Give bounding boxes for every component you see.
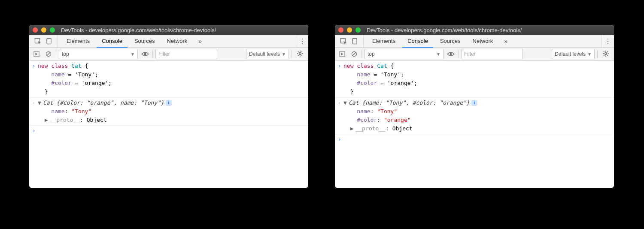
filter-placeholder: Filter	[158, 51, 170, 57]
devtools-window-left: DevTools - developers.google.com/web/too…	[29, 25, 308, 188]
show-console-sidebar-icon[interactable]	[337, 49, 347, 59]
console-toolbar: top ▼ Filter Default levels ▼	[29, 48, 308, 61]
console-output-row: ▼Cat {name: "Tony", #color: "orange"}i n…	[335, 98, 614, 134]
devtools-window-right: DevTools - developers.google.com/web/too…	[335, 25, 614, 188]
clear-console-icon[interactable]	[44, 49, 53, 59]
svg-point-20	[450, 53, 452, 55]
svg-rect-1	[47, 39, 51, 44]
live-expression-icon[interactable]	[446, 49, 456, 59]
device-icon[interactable]	[351, 38, 358, 45]
tab-sources[interactable]: Sources	[435, 35, 466, 48]
traffic-light-minimize[interactable]	[347, 27, 352, 33]
prompt-icon: ›	[336, 135, 343, 144]
filter-input[interactable]: Filter	[155, 49, 217, 59]
execution-context-selector[interactable]: top ▼	[365, 49, 444, 59]
tabs-overflow[interactable]: »	[500, 38, 512, 45]
disclosure-triangle-closed-icon[interactable]: ▶	[45, 116, 50, 124]
svg-line-19	[352, 52, 356, 56]
console-body[interactable]: › new class Cat { name = 'Tony'; #color …	[29, 61, 308, 188]
prompt-icon: ›	[30, 127, 38, 135]
live-expression-icon[interactable]	[140, 49, 150, 59]
svg-rect-16	[352, 39, 357, 44]
traffic-light-zoom[interactable]	[355, 27, 361, 33]
svg-line-12	[301, 55, 302, 56]
console-prompt-row[interactable]: ›	[335, 134, 614, 145]
chevron-down-icon: ▼	[282, 52, 286, 57]
svg-point-5	[144, 53, 146, 55]
tab-console[interactable]: Console	[97, 35, 128, 48]
clear-console-icon[interactable]	[349, 49, 359, 59]
result-icon	[336, 99, 343, 133]
titlebar: DevTools - developers.google.com/web/too…	[29, 25, 308, 35]
console-output[interactable]: ▼Cat {#color: "orange", name: "Tony"}i n…	[38, 99, 306, 124]
log-levels-selector[interactable]: Default levels ▼	[246, 49, 289, 59]
tabstrip: Elements Console Sources Network » ⋮	[29, 35, 308, 48]
inspect-icon[interactable]	[34, 38, 41, 45]
execution-context-selector[interactable]: top ▼	[59, 49, 138, 59]
console-input-row: › new class Cat { name = 'Tony'; #color …	[29, 61, 308, 98]
prompt-icon: ›	[30, 62, 38, 96]
console-input-row: › new class Cat { name = 'Tony'; #color …	[335, 61, 614, 98]
tabstrip: Elements Console Sources Network » ⋮	[335, 35, 614, 48]
execution-context-label: top	[62, 51, 69, 57]
filter-placeholder: Filter	[464, 51, 476, 57]
traffic-light-close[interactable]	[33, 27, 38, 33]
tab-network[interactable]: Network	[468, 35, 498, 48]
window-title: DevTools - developers.google.com/web/too…	[61, 27, 216, 33]
log-levels-label: Default levels	[555, 51, 586, 57]
svg-line-26	[604, 51, 605, 52]
svg-line-14	[301, 51, 302, 52]
chevron-down-icon: ▼	[436, 52, 440, 57]
svg-line-28	[604, 55, 605, 56]
tab-sources[interactable]: Sources	[129, 35, 160, 48]
svg-point-6	[299, 52, 301, 54]
log-levels-label: Default levels	[249, 51, 280, 57]
traffic-light-zoom[interactable]	[50, 27, 55, 33]
info-badge-icon[interactable]: i	[166, 100, 172, 106]
svg-line-4	[47, 52, 50, 56]
console-prompt-row[interactable]: ›	[29, 125, 308, 136]
traffic-light-minimize[interactable]	[41, 27, 46, 33]
titlebar: DevTools - developers.google.com/web/too…	[335, 25, 614, 35]
svg-line-27	[607, 55, 608, 56]
prompt-icon: ›	[336, 62, 343, 96]
console-input-code: new class Cat { name = 'Tony'; #color = …	[343, 62, 611, 96]
result-icon	[30, 99, 38, 124]
console-toolbar: top ▼ Filter Default levels ▼	[335, 48, 614, 61]
tab-elements[interactable]: Elements	[367, 35, 401, 48]
chevron-down-icon: ▼	[131, 52, 135, 57]
tabstrip-menu-icon[interactable]: ⋮	[601, 35, 614, 47]
traffic-light-close[interactable]	[338, 27, 343, 33]
console-settings-icon[interactable]	[600, 50, 611, 58]
console-settings-icon[interactable]	[295, 50, 306, 58]
svg-line-29	[607, 51, 608, 52]
tabs-overflow[interactable]: »	[194, 38, 206, 45]
chevron-down-icon: ▼	[587, 52, 592, 57]
tab-network[interactable]: Network	[162, 35, 193, 48]
show-console-sidebar-icon[interactable]	[32, 49, 41, 59]
tab-console[interactable]: Console	[402, 35, 433, 48]
info-badge-icon[interactable]: i	[471, 100, 477, 106]
window-title: DevTools - developers.google.com/web/too…	[367, 27, 522, 33]
device-icon[interactable]	[46, 38, 52, 45]
svg-line-11	[298, 51, 299, 52]
console-body[interactable]: › new class Cat { name = 'Tony'; #color …	[335, 61, 614, 188]
console-input-code: new class Cat { name = 'Tony'; #color = …	[38, 62, 306, 96]
disclosure-triangle-closed-icon[interactable]: ▶	[350, 124, 355, 133]
disclosure-triangle-open-icon[interactable]: ▼	[343, 99, 349, 107]
svg-point-21	[605, 52, 607, 54]
console-output-row: ▼Cat {#color: "orange", name: "Tony"}i n…	[29, 98, 308, 125]
svg-line-13	[298, 55, 299, 56]
disclosure-triangle-open-icon[interactable]: ▼	[38, 99, 43, 107]
tab-elements[interactable]: Elements	[61, 35, 95, 48]
filter-input[interactable]: Filter	[461, 49, 523, 59]
execution-context-label: top	[368, 51, 375, 57]
console-output[interactable]: ▼Cat {name: "Tony", #color: "orange"}i n…	[343, 99, 611, 133]
inspect-icon[interactable]	[340, 38, 347, 45]
tabstrip-menu-icon[interactable]: ⋮	[296, 35, 308, 47]
log-levels-selector[interactable]: Default levels ▼	[552, 49, 595, 59]
